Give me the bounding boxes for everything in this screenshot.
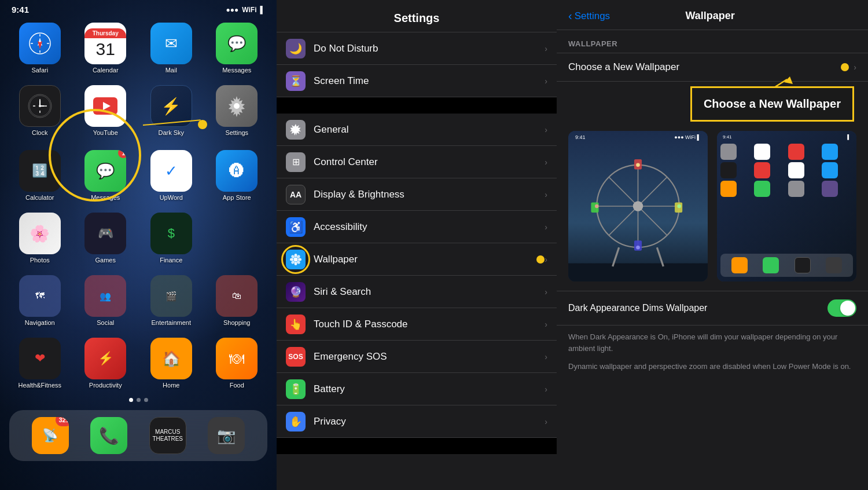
svg-point-21 xyxy=(295,254,297,257)
annotation-box-container: Choose a New Wallpaper xyxy=(557,82,859,122)
productivity-icon[interactable]: ⚡ xyxy=(84,338,126,379)
app-calculator[interactable]: 🔢 Calculator xyxy=(10,150,69,201)
phone-icon[interactable]: 📞 xyxy=(90,417,127,454)
app-messages[interactable]: 💬 Messages xyxy=(208,23,267,74)
finance-icon[interactable]: $ xyxy=(150,213,192,254)
calendar-icon[interactable]: Thursday 31 xyxy=(84,23,126,64)
home-icon[interactable]: 🏠 xyxy=(150,338,192,379)
shopping-folder-icon[interactable]: 🛍 xyxy=(216,275,258,317)
accessibility-label: Accessibility xyxy=(314,221,545,233)
settings-panel-title: Settings xyxy=(394,12,440,24)
svg-point-38 xyxy=(633,201,643,211)
podcast-icon[interactable]: 📡 321 xyxy=(32,417,69,454)
appstore-icon[interactable]: 🅐 xyxy=(216,150,258,192)
emergency-chevron: › xyxy=(545,352,547,361)
app-shopping[interactable]: 🛍 Shopping xyxy=(208,275,267,326)
wallpaper-back-button[interactable]: ‹ Settings xyxy=(568,9,610,23)
general-icon xyxy=(286,120,306,140)
clock-icon[interactable] xyxy=(19,85,61,127)
settings-item-controlcenter[interactable]: ⊞ Control Center › xyxy=(277,146,557,178)
donotdisturb-icon: 🌙 xyxy=(286,39,306,58)
navigation-folder-icon[interactable]: 🗺 xyxy=(19,275,61,317)
display-label: Display & Brightness xyxy=(314,189,545,200)
app-youtube[interactable]: YouTube xyxy=(76,85,135,136)
marcus-icon[interactable]: MARCUS THEATRES xyxy=(149,417,186,454)
healthfitness-label: Health&Fitness xyxy=(18,382,61,389)
settings-separator-1 xyxy=(277,97,557,114)
choose-wallpaper-annotation-dot xyxy=(841,63,849,71)
app-food[interactable]: 🍽 Food xyxy=(208,338,267,389)
settings-item-emergency[interactable]: SOS Emergency SOS › xyxy=(277,341,557,373)
app-photos[interactable]: 🌸 Photos xyxy=(10,213,69,264)
app-productivity[interactable]: ⚡ Productivity xyxy=(76,338,135,389)
app-healthfitness[interactable]: ❤ Health&Fitness xyxy=(10,338,69,389)
food-icon[interactable]: 🍽 xyxy=(216,338,258,379)
wallpaper-navbar: ‹ Settings Wallpaper xyxy=(557,0,868,30)
safari-icon[interactable] xyxy=(19,23,61,64)
upword-label: UpWord xyxy=(160,194,183,201)
screentime-chevron: › xyxy=(545,76,547,86)
app-settings[interactable]: Settings xyxy=(208,85,267,136)
entertainment-folder-icon[interactable]: 🎬 xyxy=(150,275,192,317)
display-icon: AA xyxy=(286,185,306,204)
messages2-icon[interactable]: 💬 1 xyxy=(84,150,126,192)
app-games[interactable]: 🎮 Games xyxy=(76,213,135,264)
choose-new-wallpaper-row[interactable]: Choose a New Wallpaper › xyxy=(557,53,868,82)
settings-item-touchid[interactable]: 👆 Touch ID & Passcode › xyxy=(277,308,557,341)
photos-icon[interactable]: 🌸 xyxy=(19,213,61,254)
preview-homescreen-status: 9:41 ▌ xyxy=(717,134,856,140)
clock-label: Clock xyxy=(32,129,48,136)
settings-item-battery[interactable]: 🔋 Battery › xyxy=(277,373,557,405)
settings-item-accessibility[interactable]: ♿ Accessibility › xyxy=(277,211,557,243)
choose-wallpaper-label: Choose a New Wallpaper xyxy=(568,61,841,73)
camera-icon[interactable]: 📷 xyxy=(208,417,245,454)
svg-point-15 xyxy=(39,105,41,107)
wallpaper-preview: 9:41 ●●● WiFi ▌ 9:41 ▌ xyxy=(557,122,868,291)
settings-item-siri[interactable]: 🔮 Siri & Search › xyxy=(277,276,557,308)
youtube-icon[interactable] xyxy=(84,85,126,127)
mail-icon[interactable]: ✉ xyxy=(150,23,192,64)
settings-item-general[interactable]: General › xyxy=(277,114,557,146)
settings-item-privacy[interactable]: ✋ Privacy › xyxy=(277,405,557,438)
settings-item-display[interactable]: AA Display & Brightness › xyxy=(277,178,557,211)
mail-label: Mail xyxy=(165,67,177,74)
privacy-icon: ✋ xyxy=(286,412,306,432)
social-folder-icon[interactable]: 👥 xyxy=(84,275,126,317)
app-entertainment[interactable]: 🎬 Entertainment xyxy=(142,275,201,326)
app-grid-row1: Safari Thursday 31 Calendar ✉ Mail 💬 Mes… xyxy=(0,17,277,79)
status-time: 9:41 xyxy=(12,5,29,14)
svg-point-46 xyxy=(595,204,599,209)
healthfitness-icon[interactable]: ❤ xyxy=(19,338,61,379)
app-home[interactable]: 🏠 Home xyxy=(142,338,201,389)
app-finance[interactable]: $ Finance xyxy=(142,213,201,264)
app-navigation[interactable]: 🗺 Navigation xyxy=(10,275,69,326)
games-icon[interactable]: 🎮 xyxy=(84,213,126,254)
app-mail[interactable]: ✉ Mail xyxy=(142,23,201,74)
dock-podcast[interactable]: 📡 321 xyxy=(32,417,69,454)
calendar-label: Calendar xyxy=(93,67,119,74)
app-messages2[interactable]: 💬 1 Messages xyxy=(76,150,135,201)
dock-phone[interactable]: 📞 xyxy=(90,417,127,454)
dock-camera[interactable]: 📷 xyxy=(208,417,245,454)
dark-appearance-toggle[interactable] xyxy=(827,299,856,317)
dock-marcus[interactable]: MARCUS THEATRES xyxy=(149,417,186,454)
settings-item-screentime[interactable]: ⏳ Screen Time › xyxy=(277,65,557,97)
dark-appearance-label: Dark Appearance Dims Wallpaper xyxy=(568,303,827,313)
app-calendar[interactable]: Thursday 31 Calendar xyxy=(76,23,135,74)
wallpaper-annotation-dot xyxy=(536,255,545,264)
status-bar: 9:41 ●●● WiFi ▌ xyxy=(0,0,277,17)
settings-icon[interactable] xyxy=(216,85,258,127)
entertainment-label: Entertainment xyxy=(152,319,191,326)
annotation-box: Choose a New Wallpaper xyxy=(690,86,854,122)
app-upword[interactable]: ✓ UpWord xyxy=(142,150,201,201)
messages-icon[interactable]: 💬 xyxy=(216,23,258,64)
app-safari[interactable]: Safari xyxy=(10,23,69,74)
upword-icon[interactable]: ✓ xyxy=(150,150,192,192)
settings-item-wallpaper[interactable]: Wallpaper › xyxy=(277,243,557,276)
app-clock[interactable]: Clock xyxy=(10,85,69,136)
app-social[interactable]: 👥 Social xyxy=(76,275,135,326)
app-darksky[interactable]: ⚡ Dark Sky xyxy=(142,85,201,136)
app-appstore[interactable]: 🅐 App Store xyxy=(208,150,267,201)
calculator-icon[interactable]: 🔢 xyxy=(19,150,61,192)
settings-item-donotdisturb[interactable]: 🌙 Do Not Disturb › xyxy=(277,32,557,65)
